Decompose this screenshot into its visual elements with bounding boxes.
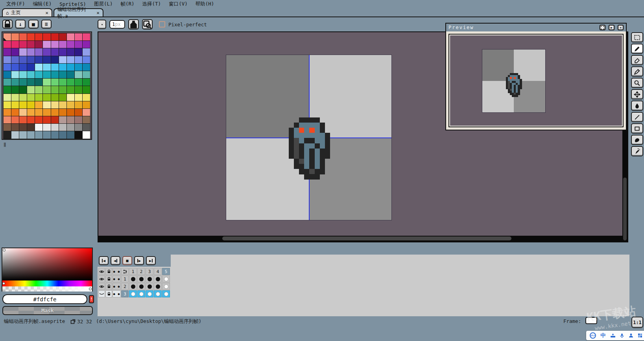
cel[interactable] [129,290,137,297]
palette-swatch[interactable] [19,94,27,101]
brush-preview-button[interactable] [98,20,106,29]
palette-swatch[interactable] [4,79,11,86]
last-frame-button[interactable]: ▶ [146,256,156,265]
palette-swatch[interactable] [11,131,19,138]
cel[interactable] [146,290,153,297]
palette-swatch[interactable] [51,116,59,123]
layers-header[interactable] [121,268,129,275]
palette-swatch[interactable] [19,86,27,93]
palette-swatch[interactable] [4,101,11,108]
palette-swatch[interactable] [67,64,74,71]
palette-swatch[interactable] [83,101,90,108]
palette-swatch[interactable] [75,109,82,116]
palette-swatch[interactable] [59,101,66,108]
layer-name[interactable]: 2 [121,283,129,290]
palette-swatch[interactable] [19,33,27,40]
palette-swatch[interactable] [35,86,42,93]
palette-swatch[interactable] [67,109,74,116]
menu-item[interactable]: 图层(L) [92,1,118,7]
palette-swatch[interactable] [35,41,42,48]
palette-swatch[interactable] [35,56,42,63]
palette-swatch[interactable] [35,79,42,86]
palette-swatch[interactable] [83,79,90,86]
cel[interactable] [129,283,137,290]
palette-swatch[interactable] [11,41,19,48]
palette-swatch[interactable] [59,64,66,71]
ink-button[interactable] [128,19,139,29]
palette-swatch[interactable] [27,71,35,78]
palette-swatch[interactable] [19,64,27,71]
palette-swatch[interactable] [67,48,74,55]
ime-grid-icon[interactable] [638,333,642,338]
palette-swatch[interactable] [51,71,59,78]
palette-swatch[interactable] [11,94,19,101]
alpha-handle[interactable] [89,288,92,290]
palette-swatch[interactable] [27,94,35,101]
palette-swatch[interactable] [35,71,42,78]
palette-swatch[interactable] [83,109,90,116]
palette-swatch[interactable] [4,64,11,71]
palette-swatch[interactable] [35,94,42,101]
ime-toolbar[interactable]: iFLY 中 [586,331,644,340]
hue-handle[interactable] [2,282,5,285]
palette-swatch[interactable] [27,48,35,55]
palette-swatch[interactable] [43,33,50,40]
cel[interactable] [146,283,153,290]
palette-swatch[interactable] [51,109,59,116]
palette-swatch[interactable] [43,101,50,108]
palette-swatch[interactable] [75,94,82,101]
menu-item[interactable]: 文件(F) [4,1,31,7]
palette-swatch[interactable] [19,109,27,116]
ime-keyboard-icon[interactable] [610,333,616,338]
brush-size-input[interactable]: 1px [109,20,125,29]
palette-swatch[interactable] [4,41,11,48]
palette-swatch[interactable] [75,86,82,93]
zoom-tool-button[interactable] [631,78,643,88]
palette-swatch[interactable] [83,56,90,63]
contour-tool-button[interactable] [631,135,643,145]
palette-swatch[interactable] [19,131,27,138]
palette-swatch[interactable] [59,116,66,123]
palette-swatch[interactable] [51,124,59,131]
cel[interactable] [129,275,137,282]
palette-swatch[interactable] [11,64,19,71]
palette-swatch[interactable] [27,41,35,48]
mask-color-button[interactable]: Mask [2,306,93,315]
palette-resize-handle[interactable]: ‖ [4,142,7,146]
palette-swatch[interactable] [4,131,11,138]
palette-swatch[interactable] [75,41,82,48]
horizontal-scrollbar-thumb[interactable] [222,236,511,240]
cel[interactable] [137,275,145,282]
palette-swatch[interactable] [43,116,50,123]
palette-swatch[interactable] [83,33,90,40]
palette-swatch[interactable] [4,116,11,123]
palette-swatch[interactable] [11,101,19,108]
pixel-perfect-option[interactable]: Pixel-perfect [159,21,207,28]
palette-swatch[interactable] [27,116,35,123]
hex-color-input[interactable]: #fdfcfe [2,294,87,304]
lock-column-header[interactable] [105,268,112,275]
palette-swatch[interactable] [83,86,90,93]
palette-swatch[interactable] [43,131,50,138]
palette-swatch[interactable] [4,56,11,63]
cel[interactable] [162,275,170,282]
palette-swatch[interactable] [75,48,82,55]
palette-swatch[interactable] [4,124,11,131]
palette-swatch[interactable] [67,116,74,123]
tab-file-active[interactable]: 蝙蝠动画序列帧.a × [54,8,103,16]
marquee-tool-button[interactable] [631,32,643,42]
palette-swatch[interactable] [51,48,59,55]
palette-swatch[interactable] [43,56,50,63]
palette-options-button[interactable]: ≡ [41,20,52,29]
close-icon[interactable]: × [45,11,48,15]
cel[interactable] [154,283,162,290]
bucket-tool-button[interactable] [631,101,643,111]
palette-swatch[interactable] [59,41,66,48]
palette-swatch[interactable] [35,124,42,131]
palette-swatch[interactable] [67,71,74,78]
palette-swatch[interactable] [51,79,59,86]
palette-swatch[interactable] [11,56,19,63]
preview-play-button[interactable]: ▶ [609,25,614,30]
frame-header-4[interactable]: 4 [154,268,162,275]
eraser-tool-button[interactable] [631,55,643,65]
